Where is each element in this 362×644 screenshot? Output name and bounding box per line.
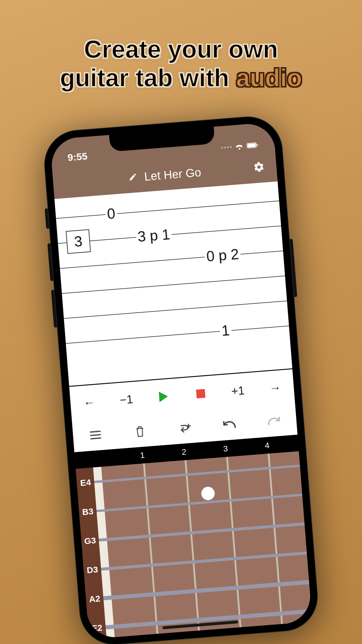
promo-headline: Create your own guitar tab with audio xyxy=(0,35,362,92)
string-label-e4: E4 xyxy=(76,477,94,488)
fret-line-2 xyxy=(184,460,200,632)
cellular-icon xyxy=(221,146,232,149)
fret-line-4 xyxy=(268,454,283,625)
fretboard[interactable]: E4 B3 G3 D3 A2 E2 xyxy=(76,451,312,639)
string-label-b3: B3 xyxy=(79,506,97,517)
increment-button[interactable]: +1 xyxy=(225,378,250,403)
insert-button[interactable] xyxy=(173,418,197,438)
staff-line-4 xyxy=(62,276,285,294)
string-3[interactable] xyxy=(81,522,305,543)
fret-line-3 xyxy=(226,457,241,629)
string-6[interactable] xyxy=(88,609,312,631)
fret-num-3: 3 xyxy=(223,444,228,454)
stop-button[interactable] xyxy=(188,381,213,406)
status-right-icons xyxy=(221,141,261,151)
headline-accent: audio xyxy=(236,64,302,92)
string-label-a2: A2 xyxy=(86,593,104,605)
fret-num-2: 2 xyxy=(181,447,187,457)
fretboard-marker[interactable] xyxy=(201,486,215,501)
play-icon xyxy=(159,391,168,402)
menu-button[interactable] xyxy=(83,425,108,444)
string-1[interactable] xyxy=(77,465,300,484)
headline-line2: guitar tab with audio xyxy=(0,64,362,92)
battery-icon xyxy=(247,142,259,149)
headline-line2-plain: guitar tab with xyxy=(60,64,236,92)
phone-body: 9:55 Let Her Go xyxy=(42,114,320,644)
delete-button[interactable] xyxy=(128,422,152,441)
tab-note-selected[interactable]: 3 xyxy=(66,229,91,254)
string-label-g3: G3 xyxy=(81,535,99,547)
svg-rect-2 xyxy=(257,144,258,146)
decrement-button[interactable]: −1 xyxy=(114,387,139,412)
staff-line-3 xyxy=(60,251,283,269)
phone-screen: 9:55 Let Her Go xyxy=(50,122,312,639)
fret-num-1: 1 xyxy=(140,451,145,460)
string-label-d3: D3 xyxy=(83,564,101,576)
string-5[interactable] xyxy=(86,580,309,602)
redo-button[interactable] xyxy=(262,411,286,430)
tab-sheet[interactable]: 0 3 3 p 1 0 p 2 1 xyxy=(55,181,292,387)
string-label-e2: E2 xyxy=(88,622,106,634)
headline-line1: Create your own xyxy=(0,35,362,64)
staff-line-5 xyxy=(64,301,287,319)
svg-rect-1 xyxy=(247,143,256,147)
stop-icon xyxy=(196,389,205,398)
undo-button[interactable] xyxy=(217,415,242,434)
tab-seq-string3[interactable]: 0 p 2 xyxy=(204,246,241,265)
staff-line-1 xyxy=(56,201,279,219)
tab-seq-string2[interactable]: 3 p 1 xyxy=(135,226,172,245)
fret-line-1 xyxy=(143,463,158,635)
fret-num-4: 4 xyxy=(264,441,270,450)
song-title[interactable]: Let Her Go xyxy=(144,166,202,183)
gear-icon[interactable] xyxy=(253,161,265,174)
string-4[interactable] xyxy=(84,552,307,572)
wifi-icon xyxy=(234,143,244,150)
tab-note-string1-0[interactable]: 0 xyxy=(105,205,117,223)
edit-icon[interactable] xyxy=(128,172,138,183)
play-button[interactable] xyxy=(151,384,176,409)
string-2[interactable] xyxy=(79,494,302,514)
status-time: 9:55 xyxy=(67,150,88,163)
staff-line-6 xyxy=(66,326,289,344)
next-button[interactable]: → xyxy=(263,375,288,400)
prev-button[interactable]: ← xyxy=(77,390,102,415)
phone-frame: 9:55 Let Her Go xyxy=(42,114,320,644)
tab-note-string6[interactable]: 1 xyxy=(219,322,232,340)
